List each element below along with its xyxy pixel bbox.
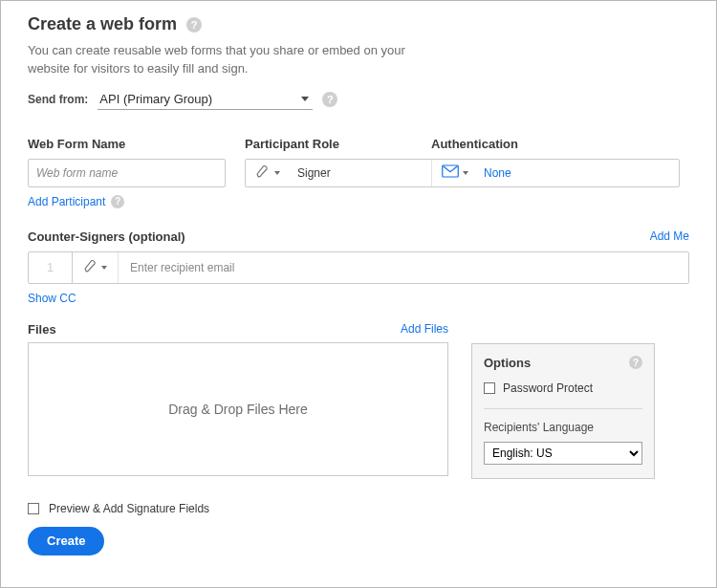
help-icon[interactable]: ? [629, 356, 642, 369]
pen-icon [255, 163, 271, 182]
show-cc-link[interactable]: Show CC [28, 292, 689, 305]
counter-email-input[interactable] [119, 252, 688, 283]
primary-fields-row: Web Form Name Participant Role Authentic… [28, 137, 689, 187]
counter-signer-row: 1 [28, 251, 689, 284]
add-participant-row: Add Participant ? [28, 195, 689, 208]
options-panel: Options ? Password Protect Recipients' L… [471, 343, 655, 479]
participant-role-select[interactable]: Signer [246, 160, 432, 186]
counter-signers-head: Counter-Signers (optional) Add Me [28, 229, 689, 244]
chevron-down-icon [274, 171, 280, 175]
password-protect-row: Password Protect [484, 381, 642, 395]
participant-role-label: Participant Role [245, 137, 412, 151]
chevron-down-icon [463, 171, 468, 175]
files-and-options-row: Files Add Files Drag & Drop Files Here O… [28, 322, 689, 479]
authentication-value: None [484, 166, 511, 180]
preview-label: Preview & Add Signature Fields [49, 502, 209, 515]
help-icon[interactable]: ? [111, 195, 124, 208]
recipients-language-label: Recipients' Language [484, 421, 642, 434]
add-participant-link[interactable]: Add Participant [28, 195, 105, 208]
page-container: Create a web form ? You can create reusa… [0, 0, 717, 588]
options-divider [484, 408, 642, 409]
page-title-text: Create a web form [28, 14, 177, 34]
web-form-name-column: Web Form Name [28, 137, 226, 187]
authentication-select[interactable]: None [432, 160, 679, 186]
preview-row: Preview & Add Signature Fields [28, 502, 689, 515]
file-dropzone[interactable]: Drag & Drop Files Here [28, 342, 448, 476]
mail-icon [442, 164, 459, 181]
send-from-label: Send from: [28, 93, 88, 106]
counter-index: 1 [29, 252, 73, 283]
counter-role-select[interactable] [73, 252, 119, 283]
help-icon[interactable]: ? [186, 17, 202, 33]
add-me-link[interactable]: Add Me [650, 229, 689, 243]
web-form-name-input[interactable] [28, 159, 226, 187]
send-from-select[interactable]: API (Primary Group) [98, 90, 313, 110]
chevron-down-icon [301, 97, 309, 101]
pen-icon [83, 258, 98, 277]
web-form-name-label: Web Form Name [28, 137, 226, 151]
recipients-language-select[interactable]: English: US [484, 442, 642, 465]
chevron-down-icon [101, 266, 107, 270]
page-title: Create a web form ? [28, 14, 689, 34]
dropzone-text: Drag & Drop Files Here [168, 402, 308, 417]
add-files-link[interactable]: Add Files [401, 322, 448, 336]
files-head: Files Add Files [28, 322, 448, 337]
help-icon[interactable]: ? [322, 92, 337, 107]
send-from-value: API (Primary Group) [99, 92, 212, 106]
role-auth-box: Signer None [245, 159, 680, 187]
participant-role-value: Signer [297, 166, 331, 180]
password-protect-checkbox[interactable] [484, 382, 495, 394]
authentication-label: Authentication [431, 137, 518, 151]
counter-signers-label: Counter-Signers (optional) [28, 229, 185, 244]
intro-text: You can create reusable web forms that y… [28, 42, 439, 78]
files-column: Files Add Files Drag & Drop Files Here [28, 322, 448, 476]
password-protect-label: Password Protect [503, 381, 593, 395]
files-label: Files [28, 322, 56, 337]
role-auth-column: Participant Role Authentication Signer [245, 137, 689, 187]
options-label: Options [484, 356, 531, 370]
create-button[interactable]: Create [28, 527, 104, 555]
preview-checkbox[interactable] [28, 503, 39, 514]
send-from-row: Send from: API (Primary Group) ? [28, 90, 689, 110]
options-head: Options ? [484, 356, 642, 370]
